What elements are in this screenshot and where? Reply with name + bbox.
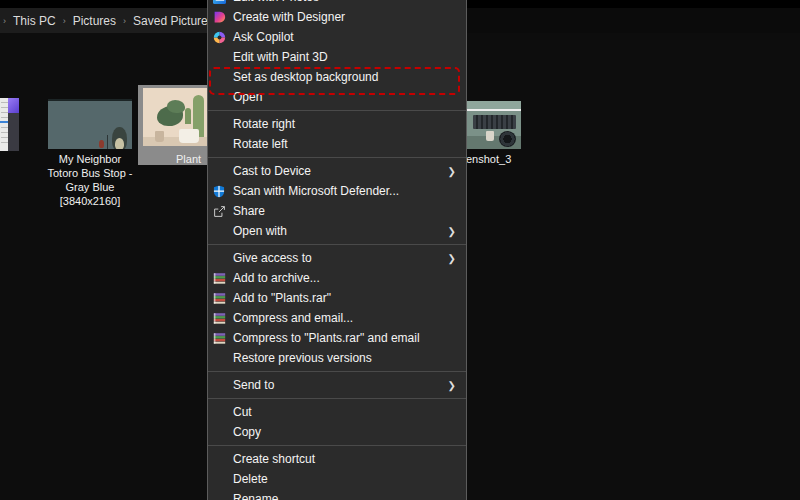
winrar-icon <box>213 311 233 325</box>
submenu-arrow-icon: ❯ <box>448 253 466 264</box>
thumbnail-detail <box>1 102 8 146</box>
thumbnail-detail <box>179 129 199 143</box>
menu-separator <box>208 445 466 446</box>
breadcrumb-item-pictures[interactable]: Pictures <box>69 14 120 28</box>
menu-separator <box>208 157 466 158</box>
menu-item-edit-with-photos[interactable]: Edit with Photos <box>208 0 466 7</box>
menu-item-cast-to-device[interactable]: Cast to Device❯ <box>208 161 466 181</box>
file-item-screenshot3-thumbnail[interactable] <box>467 101 521 149</box>
empty-icon-slot <box>213 452 233 466</box>
file-label-totoro[interactable]: My Neighbor Totoro Bus Stop - Gray Blue … <box>32 152 148 208</box>
file-item-partial-screenshot[interactable] <box>0 98 19 151</box>
thumbnail-detail <box>473 115 516 129</box>
menu-item-set-as-desktop-background[interactable]: Set as desktop background <box>208 67 466 87</box>
menu-item-compress-and-email[interactable]: Compress and email... <box>208 308 466 328</box>
empty-icon-slot <box>213 70 233 84</box>
menu-separator <box>208 244 466 245</box>
menu-item-share[interactable]: Share <box>208 201 466 221</box>
menu-item-label: Share <box>233 204 265 218</box>
menu-item-label: Compress and email... <box>233 311 353 325</box>
menu-item-label: Add to archive... <box>233 271 320 285</box>
thumbnail-detail <box>185 108 191 124</box>
breadcrumb-chevron-icon: › <box>60 16 69 26</box>
menu-item-ask-copilot[interactable]: Ask Copilot <box>208 27 466 47</box>
menu-item-add-to-plants-rar[interactable]: Add to "Plants.rar" <box>208 288 466 308</box>
thumbnail-detail <box>486 131 494 141</box>
menu-item-create-shortcut[interactable]: Create shortcut <box>208 449 466 469</box>
menu-item-scan-with-microsoft-defender[interactable]: Scan with Microsoft Defender... <box>208 181 466 201</box>
thumbnail-detail <box>499 131 516 147</box>
designer-icon <box>213 10 233 24</box>
breadcrumb-item-this-pc[interactable]: This PC <box>9 14 60 28</box>
winrar-icon <box>213 331 233 345</box>
empty-icon-slot <box>213 117 233 131</box>
menu-item-label: Rotate right <box>233 117 295 131</box>
menu-item-label: Delete <box>233 472 268 486</box>
menu-item-label: Create with Designer <box>233 10 345 24</box>
thumbnail-detail <box>467 109 521 111</box>
menu-item-label: Set as desktop background <box>233 70 378 84</box>
thumbnail-detail <box>167 100 185 113</box>
defender-icon <box>213 184 233 198</box>
menu-item-give-access-to[interactable]: Give access to❯ <box>208 248 466 268</box>
menu-item-label: Restore previous versions <box>233 351 372 365</box>
menu-item-restore-previous-versions[interactable]: Restore previous versions <box>208 348 466 368</box>
winrar-icon <box>213 291 233 305</box>
empty-icon-slot <box>213 492 233 500</box>
menu-item-label: Create shortcut <box>233 452 315 466</box>
share-icon <box>213 204 233 218</box>
menu-item-rename[interactable]: Rename <box>208 489 466 500</box>
menu-item-label: Compress to "Plants.rar" and email <box>233 331 420 345</box>
submenu-arrow-icon: ❯ <box>448 226 466 237</box>
menu-item-send-to[interactable]: Send to❯ <box>208 375 466 395</box>
menu-item-edit-with-paint-3d[interactable]: Edit with Paint 3D <box>208 47 466 67</box>
menu-separator <box>208 110 466 111</box>
thumbnail-detail <box>99 140 104 148</box>
menu-separator <box>208 398 466 399</box>
breadcrumb: ›This PC›Pictures›Saved Pictures <box>0 8 222 33</box>
thumbnail-detail <box>8 98 19 113</box>
menu-item-label: Rename <box>233 492 278 500</box>
file-item-totoro-thumbnail[interactable] <box>48 99 132 149</box>
context-menu: Edit with PhotosCreate with DesignerAsk … <box>207 0 467 500</box>
thumbnail-detail <box>107 135 108 149</box>
thumbnail-detail <box>115 138 124 149</box>
menu-item-add-to-archive[interactable]: Add to archive... <box>208 268 466 288</box>
submenu-arrow-icon: ❯ <box>448 380 466 391</box>
thumbnail-detail <box>8 98 19 151</box>
empty-icon-slot <box>213 378 233 392</box>
menu-item-copy[interactable]: Copy <box>208 422 466 442</box>
menu-item-rotate-right[interactable]: Rotate right <box>208 114 466 134</box>
empty-icon-slot <box>213 224 233 238</box>
menu-item-open[interactable]: Open <box>208 87 466 107</box>
menu-item-create-with-designer[interactable]: Create with Designer <box>208 7 466 27</box>
file-label-screenshot3[interactable]: enshot_3 <box>466 152 518 166</box>
menu-item-label: Edit with Photos <box>233 0 319 4</box>
menu-item-label: Scan with Microsoft Defender... <box>233 184 399 198</box>
menu-item-delete[interactable]: Delete <box>208 469 466 489</box>
winrar-icon <box>213 271 233 285</box>
menu-item-cut[interactable]: Cut <box>208 402 466 422</box>
menu-item-label: Give access to <box>233 251 312 265</box>
breadcrumb-chevron-icon: › <box>0 16 9 26</box>
menu-item-label: Ask Copilot <box>233 30 294 44</box>
menu-item-label: Open with <box>233 224 287 238</box>
menu-item-label: Edit with Paint 3D <box>233 50 328 64</box>
empty-icon-slot <box>213 251 233 265</box>
empty-icon-slot <box>213 472 233 486</box>
menu-item-label: Cut <box>233 405 252 419</box>
menu-item-label: Send to <box>233 378 274 392</box>
breadcrumb-chevron-icon: › <box>120 16 129 26</box>
empty-icon-slot <box>213 90 233 104</box>
menu-item-rotate-left[interactable]: Rotate left <box>208 134 466 154</box>
menu-item-compress-to-plants-rar-and-email[interactable]: Compress to "Plants.rar" and email <box>208 328 466 348</box>
menu-item-open-with[interactable]: Open with❯ <box>208 221 466 241</box>
menu-item-label: Add to "Plants.rar" <box>233 291 331 305</box>
empty-icon-slot <box>213 425 233 439</box>
menu-separator <box>208 371 466 372</box>
breadcrumb-item-saved-pictures[interactable]: Saved Pictures <box>129 14 218 28</box>
menu-item-label: Copy <box>233 425 261 439</box>
empty-icon-slot <box>213 137 233 151</box>
thumbnail-detail <box>155 131 164 142</box>
menu-item-label: Rotate left <box>233 137 288 151</box>
